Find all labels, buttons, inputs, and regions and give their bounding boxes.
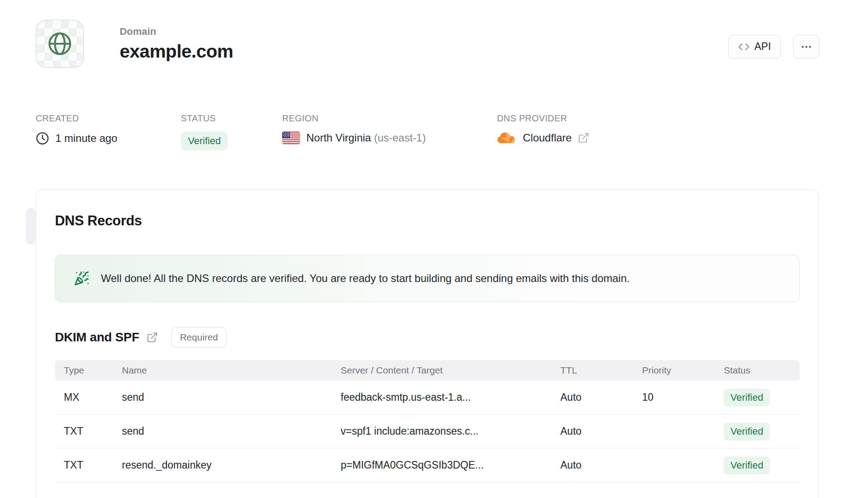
page-title: example.com — [120, 41, 233, 62]
clock-icon — [36, 132, 49, 145]
meta-region: REGION North Virgini — [282, 113, 426, 144]
dns-provider-label: DNS PROVIDER — [497, 113, 589, 124]
external-link-icon[interactable] — [146, 332, 158, 343]
globe-icon — [46, 30, 74, 58]
meta-dns-provider: DNS PROVIDER Cloudflare — [497, 113, 589, 144]
region-label: REGION — [282, 113, 426, 124]
column-header-name: Name — [113, 365, 332, 376]
status-label: STATUS — [181, 113, 228, 124]
created-value: 1 minute ago — [55, 132, 117, 145]
dns-records-title: DNS Records — [55, 213, 800, 229]
cloudflare-icon — [497, 132, 517, 144]
dkim-spf-section-header: DKIM and SPF Required — [55, 327, 800, 348]
success-banner-text: Well done! All the DNS records are verif… — [101, 272, 630, 285]
cell-type: TXT — [55, 459, 113, 471]
cell-name: resend._domainkey — [113, 459, 332, 471]
party-popper-icon — [74, 271, 89, 286]
required-badge: Required — [171, 327, 226, 348]
cell-ttl: Auto — [551, 425, 633, 437]
success-banner: Well done! All the DNS records are verif… — [55, 255, 800, 302]
dns-records-card: DNS Records Well done! All the DNS recor… — [36, 189, 819, 498]
table-row[interactable]: TXT resend._domainkey p=MIGfMA0GCSqGSIb3… — [55, 448, 800, 482]
row-status-badge: Verified — [724, 423, 770, 440]
column-header-priority: Priority — [633, 365, 715, 376]
column-header-ttl: TTL — [551, 365, 633, 376]
cell-name: send — [113, 391, 332, 403]
table-header-row: Type Name Server / Content / Target TTL … — [55, 360, 800, 381]
region-code: (us-east-1) — [374, 132, 426, 144]
card-side-notch — [26, 208, 36, 245]
meta-created: CREATED 1 minute ago — [36, 113, 117, 145]
api-button-label: API — [754, 41, 771, 53]
dkim-spf-title: DKIM and SPF — [55, 330, 139, 344]
ellipsis-icon — [800, 41, 813, 53]
column-header-type: Type — [55, 365, 113, 376]
cell-content: v=spf1 include:amazonses.c... — [332, 425, 551, 437]
column-header-content: Server / Content / Target — [332, 365, 551, 376]
api-button[interactable]: API — [728, 35, 781, 58]
region-value: North Virginia — [306, 132, 371, 144]
domain-eyebrow-label: Domain — [120, 26, 233, 37]
cell-priority: 10 — [633, 391, 715, 403]
column-header-status: Status — [715, 365, 800, 376]
dns-records-table: Type Name Server / Content / Target TTL … — [55, 360, 800, 482]
cell-ttl: Auto — [551, 391, 633, 403]
cell-type: TXT — [55, 425, 113, 437]
us-flag-icon — [282, 132, 300, 144]
more-options-button[interactable] — [793, 35, 819, 58]
code-icon — [738, 41, 750, 53]
cell-type: MX — [55, 391, 113, 403]
table-row[interactable]: TXT send v=spf1 include:amazonses.c... A… — [55, 415, 800, 448]
row-status-badge: Verified — [724, 456, 770, 474]
table-row[interactable]: MX send feedback-smtp.us-east-1.a... Aut… — [55, 381, 800, 415]
row-status-badge: Verified — [724, 389, 770, 407]
page-header: Domain example.com API — [0, 0, 868, 89]
domain-avatar — [36, 20, 84, 68]
cell-content: p=MIGfMA0GCSqGSIb3DQE... — [332, 459, 551, 471]
dns-provider-value: Cloudflare — [523, 132, 572, 144]
status-badge: Verified — [181, 132, 228, 150]
cell-content: feedback-smtp.us-east-1.a... — [332, 391, 551, 403]
external-link-icon[interactable] — [578, 132, 589, 144]
cell-name: send — [113, 425, 332, 437]
cell-ttl: Auto — [551, 459, 633, 471]
created-label: CREATED — [36, 113, 117, 124]
meta-status: STATUS Verified — [181, 113, 228, 150]
